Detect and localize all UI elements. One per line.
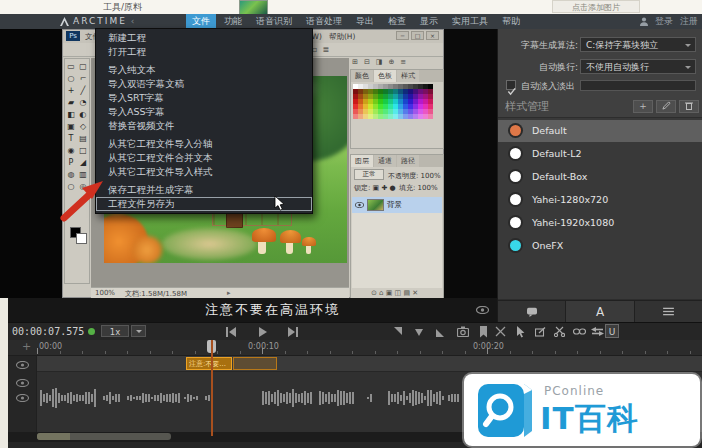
color-swatch[interactable]: [428, 114, 433, 119]
file-menu-item[interactable]: 保存工程并生成字幕: [96, 183, 312, 197]
photoshop-tool-icon[interactable]: P: [65, 157, 77, 169]
photoshop-tool-icon[interactable]: ▭: [65, 61, 77, 73]
option-bar-icon[interactable]: ≣: [322, 45, 329, 54]
photoshop-tool-icon[interactable]: ◉: [65, 145, 77, 157]
add-image-button[interactable]: 点击添加图片: [552, 0, 640, 13]
swatches-tab-2[interactable]: 色板: [374, 70, 396, 82]
bookmark-icon[interactable]: [479, 326, 488, 338]
close-button[interactable]: ×: [426, 31, 439, 40]
login-link[interactable]: 登录: [655, 15, 673, 28]
arctime-menu-item[interactable]: 导出: [350, 14, 380, 29]
style-row-yahei-1920x1080[interactable]: Yahei-1920x1080: [498, 212, 702, 234]
photoshop-tool-icon[interactable]: ◐: [77, 109, 89, 121]
photoshop-tool-icon[interactable]: ╱: [77, 85, 89, 97]
move-down-tool-icon[interactable]: [414, 327, 424, 337]
page-thumbnail-image[interactable]: [239, 0, 268, 15]
track1-eye-icon[interactable]: [16, 361, 29, 369]
photoshop-tool-icon[interactable]: T: [65, 133, 77, 145]
maximize-button[interactable]: □: [411, 31, 424, 40]
style-row-default-box[interactable]: Default-Box: [498, 166, 702, 188]
track2-eye-icon[interactable]: [16, 379, 29, 387]
opacity-value[interactable]: 100%: [421, 172, 441, 180]
photoshop-tool-icon[interactable]: ◇: [77, 121, 89, 133]
style-row-onefx[interactable]: OneFX: [498, 235, 702, 257]
swap-icon[interactable]: [591, 327, 604, 336]
file-menu-item[interactable]: 打开工程: [96, 45, 312, 59]
style-row-default[interactable]: Default: [498, 120, 702, 142]
color-swatch-grid[interactable]: [351, 82, 443, 121]
skip-back-button[interactable]: [226, 327, 236, 337]
photoshop-tool-icon[interactable]: ⌐: [77, 73, 89, 85]
zoom-level[interactable]: 100%: [95, 289, 115, 297]
playback-speed-select[interactable]: 1x: [101, 325, 129, 337]
play-button[interactable]: [258, 327, 268, 337]
arctime-menu-item[interactable]: 语音识别: [250, 14, 298, 29]
file-menu-item[interactable]: 从其它工程文件导入样式: [96, 165, 312, 179]
add-style-button[interactable]: +: [633, 100, 653, 113]
photoshop-tool-icon[interactable]: ◔: [77, 97, 89, 109]
layers-tab-3[interactable]: 路径: [397, 155, 419, 167]
preview-eye-icon[interactable]: [476, 306, 489, 314]
skip-forward-button[interactable]: [288, 327, 298, 337]
edit-clip-icon[interactable]: [535, 327, 546, 337]
fade-checkbox[interactable]: [506, 80, 516, 90]
wrap-select[interactable]: 不使用自动换行: [580, 59, 696, 74]
arctime-menu-item[interactable]: 显示: [414, 14, 444, 29]
photoshop-tool-icon[interactable]: ◧: [65, 109, 77, 121]
layers-tab-1[interactable]: 图层: [351, 155, 373, 167]
background-color-swatch[interactable]: [76, 233, 87, 244]
arctime-menu-item[interactable]: 功能: [218, 14, 248, 29]
edit-style-button[interactable]: [656, 100, 676, 113]
photoshop-tool-icon[interactable]: ◢: [77, 157, 89, 169]
file-menu-item[interactable]: 从其它工程文件合并文本: [96, 151, 312, 165]
tab-list[interactable]: [635, 300, 702, 322]
fill-value[interactable]: 100%: [418, 184, 438, 192]
file-menu-item[interactable]: 导入双语字幕文稿: [96, 77, 312, 91]
arctime-menu-item[interactable]: 帮助: [496, 14, 526, 29]
arctime-menu-item[interactable]: 实用工具: [446, 14, 494, 29]
photoshop-tool-icon[interactable]: ▰: [65, 97, 77, 109]
arctime-menu-active[interactable]: 文件: [186, 14, 216, 29]
subtitle-clip-2[interactable]: [233, 357, 277, 370]
subtitle-clip-selected[interactable]: 注意:不要...: [186, 357, 232, 370]
layers-panel-footer-icons[interactable]: ⊙ ⌂ ▣ ◫ ▤ ✕: [371, 289, 418, 297]
camera-icon[interactable]: [457, 326, 469, 337]
u-tool-button[interactable]: U: [605, 324, 619, 338]
scrollbar-handle[interactable]: [37, 433, 171, 440]
swatches-tab-3[interactable]: 样式: [397, 70, 419, 82]
layers-tab-2[interactable]: 通道: [374, 155, 396, 167]
track3-eye-icon[interactable]: [16, 394, 29, 402]
cut-tool-icon[interactable]: [495, 326, 506, 337]
register-link[interactable]: 注册: [680, 15, 698, 28]
file-menu-item[interactable]: 导入ASS字幕: [96, 105, 312, 119]
scissors-icon[interactable]: [554, 326, 565, 337]
timeline-ruler[interactable]: + 00:000:00:100:00:20: [8, 340, 702, 356]
photoshop-tool-icon[interactable]: ▣: [65, 121, 77, 133]
delete-style-button[interactable]: [679, 100, 699, 113]
photoshop-tool-icon[interactable]: +: [65, 85, 77, 97]
fade-input[interactable]: [580, 80, 696, 91]
photoshop-tool-icon[interactable]: ▤: [77, 133, 89, 145]
arctime-menu-item[interactable]: 检查: [382, 14, 412, 29]
file-menu-item[interactable]: 替换音视频文件: [96, 119, 312, 133]
file-menu-item[interactable]: 从其它工程文件导入分轴: [96, 137, 312, 151]
photoshop-tool-icon[interactable]: □: [77, 145, 89, 157]
style-row-yahei-1280x720[interactable]: Yahei-1280x720: [498, 189, 702, 211]
speed-dropdown-arrow[interactable]: [131, 325, 146, 337]
file-menu-item[interactable]: 新建工程: [96, 31, 312, 45]
tab-styles[interactable]: A: [566, 300, 634, 322]
move-up-tool-icon[interactable]: [392, 327, 402, 337]
lock-icons[interactable]: ▣ ✚ ●: [373, 184, 396, 192]
layer-visibility-eye-icon[interactable]: [355, 202, 364, 208]
status-arrow-icon[interactable]: ▸: [227, 289, 231, 297]
file-menu-item[interactable]: 导入SRT字幕: [96, 91, 312, 105]
photoshop-tool-icon[interactable]: ▢: [77, 61, 89, 73]
minimize-button[interactable]: ─: [396, 31, 409, 40]
swatches-tab-1[interactable]: 颜色: [351, 70, 373, 82]
selection-cursor-icon[interactable]: [516, 326, 525, 338]
move-corner-tool-icon[interactable]: [436, 327, 446, 337]
style-row-default-l2[interactable]: Default-L2: [498, 143, 702, 165]
photoshop-tool-icon[interactable]: ○: [65, 73, 77, 85]
layer-row-background[interactable]: 背景: [352, 197, 442, 213]
photoshop-menu-item[interactable]: 帮助(H): [329, 32, 356, 42]
